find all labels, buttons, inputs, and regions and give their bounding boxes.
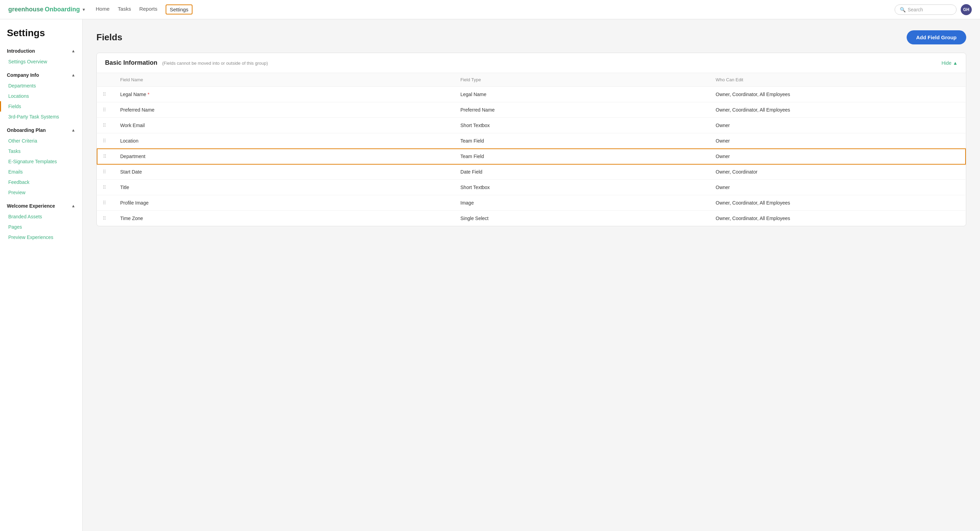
required-indicator: *	[148, 92, 150, 97]
fields-card-header: Basic Information (Fields cannot be move…	[97, 53, 966, 73]
field-name-cell: Legal Name *	[115, 87, 455, 102]
field-name-text: Preferred Name	[120, 107, 154, 113]
chevron-up-icon-welcome: ▲	[71, 203, 75, 208]
sidebar-item-preview-experiences[interactable]: Preview Experiences	[0, 232, 82, 242]
who-can-edit-cell: Owner, Coordinator, All Employees	[710, 195, 966, 211]
field-type-cell: Preferred Name	[455, 102, 710, 118]
field-type-cell: Legal Name	[455, 87, 710, 102]
nav-links: Home Tasks Reports Settings	[96, 5, 192, 14]
page-layout: Settings Introduction ▲ Settings Overvie…	[0, 19, 980, 531]
nav-right: 🔍 Search GH	[895, 4, 972, 15]
nav-home[interactable]: Home	[96, 5, 110, 14]
who-can-edit-cell: Owner	[710, 133, 966, 149]
hide-label: Hide	[942, 60, 951, 66]
sidebar-page-title: Settings	[0, 27, 82, 46]
sidebar-item-tasks[interactable]: Tasks	[0, 146, 82, 156]
drag-handle-icon[interactable]: ⠿	[103, 200, 106, 205]
nav-settings[interactable]: Settings	[165, 5, 192, 14]
brand-logo[interactable]: greenhouse Onboarding ▾	[8, 6, 85, 13]
table-row[interactable]: ⠿ Department Team Field Owner	[97, 149, 966, 164]
sidebar-item-fields[interactable]: Fields	[0, 101, 82, 111]
nav-tasks[interactable]: Tasks	[118, 5, 131, 14]
sidebar-section-company-info: Company Info ▲ Departments Locations Fie…	[0, 70, 82, 122]
field-name-text: Profile Image	[120, 200, 148, 205]
table-row[interactable]: ⠿ Location Team Field Owner	[97, 133, 966, 149]
col-field-name-header: Field Name	[115, 73, 455, 87]
field-type-cell: Team Field	[455, 133, 710, 149]
sidebar-item-preview[interactable]: Preview	[0, 187, 82, 198]
col-who-header: Who Can Edit	[710, 73, 966, 87]
field-name-cell: Work Email	[115, 118, 455, 133]
nav-reports[interactable]: Reports	[139, 5, 158, 14]
drag-handle-icon[interactable]: ⠿	[103, 92, 106, 97]
sidebar-section-onboarding-plan: Onboarding Plan ▲ Other Criteria Tasks E…	[0, 125, 82, 198]
field-name-cell: Time Zone	[115, 211, 455, 226]
drag-handle-cell: ⠿	[97, 180, 115, 195]
sidebar-item-departments[interactable]: Departments	[0, 81, 82, 91]
drag-handle-icon[interactable]: ⠿	[103, 122, 106, 128]
field-name-text: Time Zone	[120, 216, 143, 221]
sidebar: Settings Introduction ▲ Settings Overvie…	[0, 19, 83, 531]
top-nav: greenhouse Onboarding ▾ Home Tasks Repor…	[0, 0, 980, 19]
sidebar-item-other-criteria[interactable]: Other Criteria	[0, 136, 82, 146]
brand-greenhouse: greenhouse	[8, 6, 43, 13]
chevron-up-icon-company: ▲	[71, 73, 75, 78]
drag-handle-icon[interactable]: ⠿	[103, 169, 106, 175]
field-name-cell: Preferred Name	[115, 102, 455, 118]
chevron-up-icon-onboarding: ▲	[71, 128, 75, 133]
fields-card-title-area: Basic Information (Fields cannot be move…	[105, 59, 268, 67]
search-box[interactable]: 🔍 Search	[895, 5, 956, 15]
sidebar-section-welcome: Welcome Experience ▲ Branded Assets Page…	[0, 200, 82, 242]
drag-handle-icon[interactable]: ⠿	[103, 154, 107, 159]
field-name-cell: Title	[115, 180, 455, 195]
sidebar-item-feedback[interactable]: Feedback	[0, 177, 82, 187]
table-row[interactable]: ⠿ Work Email Short Textbox Owner	[97, 118, 966, 133]
sidebar-section-label-introduction: Introduction	[7, 48, 35, 54]
drag-handle-cell: ⠿	[97, 87, 115, 102]
sidebar-item-pages[interactable]: Pages	[0, 222, 82, 232]
search-placeholder: Search	[908, 7, 923, 13]
sidebar-item-locations[interactable]: Locations	[0, 91, 82, 101]
field-type-cell: Short Textbox	[455, 118, 710, 133]
drag-handle-icon[interactable]: ⠿	[103, 216, 106, 221]
sidebar-item-3rd-party[interactable]: 3rd-Party Task Systems	[0, 111, 82, 122]
chevron-up-icon-hide: ▲	[953, 60, 958, 66]
drag-handle-icon[interactable]: ⠿	[103, 138, 106, 144]
sidebar-item-branded-assets[interactable]: Branded Assets	[0, 211, 82, 222]
field-name-text: Department	[120, 154, 145, 159]
table-row[interactable]: ⠿ Legal Name * Legal Name Owner, Coordin…	[97, 87, 966, 102]
fields-table: Field Name Field Type Who Can Edit ⠿ Leg…	[97, 73, 966, 226]
hide-button[interactable]: Hide ▲	[942, 60, 958, 66]
sidebar-section-header-welcome[interactable]: Welcome Experience ▲	[0, 200, 82, 211]
page-title: Fields	[96, 32, 122, 43]
sidebar-item-e-signature[interactable]: E-Signature Templates	[0, 156, 82, 167]
table-row[interactable]: ⠿ Preferred Name Preferred Name Owner, C…	[97, 102, 966, 118]
sidebar-section-header-company-info[interactable]: Company Info ▲	[0, 70, 82, 81]
field-name-cell: Start Date	[115, 164, 455, 180]
field-type-cell: Team Field	[455, 149, 710, 164]
avatar[interactable]: GH	[961, 4, 972, 15]
drag-handle-icon[interactable]: ⠿	[103, 184, 106, 190]
sidebar-section-label-welcome: Welcome Experience	[7, 203, 55, 209]
table-row[interactable]: ⠿ Start Date Date Field Owner, Coordinat…	[97, 164, 966, 180]
table-row[interactable]: ⠿ Profile Image Image Owner, Coordinator…	[97, 195, 966, 211]
field-name-text: Work Email	[120, 122, 145, 128]
table-row[interactable]: ⠿ Title Short Textbox Owner	[97, 180, 966, 195]
sidebar-section-header-introduction[interactable]: Introduction ▲	[0, 46, 82, 56]
table-row[interactable]: ⠿ Time Zone Single Select Owner, Coordin…	[97, 211, 966, 226]
sidebar-item-emails[interactable]: Emails	[0, 167, 82, 177]
sidebar-section-header-onboarding[interactable]: Onboarding Plan ▲	[0, 125, 82, 136]
add-field-group-button[interactable]: Add Field Group	[907, 30, 967, 45]
brand-arrow-icon: ▾	[83, 7, 85, 12]
fields-card-subtitle: (Fields cannot be moved into or outside …	[162, 60, 268, 66]
drag-handle-icon[interactable]: ⠿	[103, 107, 106, 113]
drag-handle-cell: ⠿	[97, 195, 115, 211]
table-header: Field Name Field Type Who Can Edit	[97, 73, 966, 87]
chevron-up-icon: ▲	[71, 49, 75, 53]
sidebar-item-settings-overview[interactable]: Settings Overview	[0, 56, 82, 67]
drag-handle-cell: ⠿	[97, 118, 115, 133]
table-body: ⠿ Legal Name * Legal Name Owner, Coordin…	[97, 87, 966, 226]
field-type-cell: Single Select	[455, 211, 710, 226]
field-type-cell: Short Textbox	[455, 180, 710, 195]
who-can-edit-cell: Owner	[710, 118, 966, 133]
